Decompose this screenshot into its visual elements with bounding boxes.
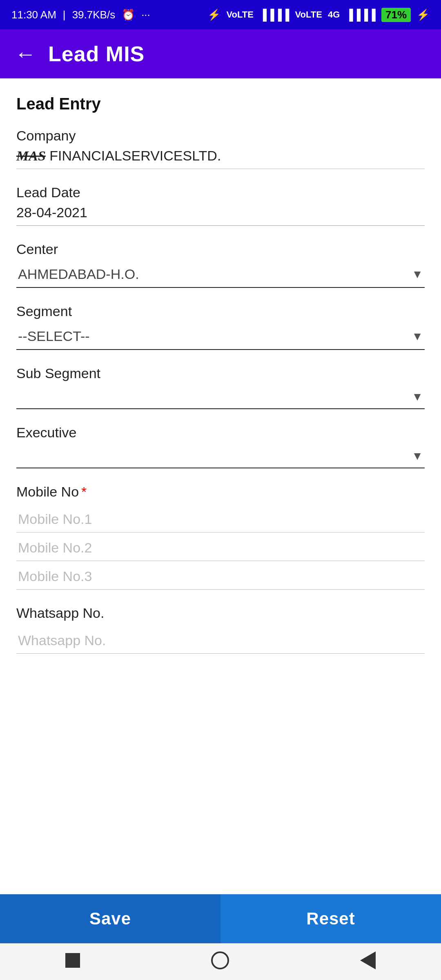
whatsapp-no-input[interactable] [16, 625, 425, 654]
nav-back-button[interactable] [360, 951, 376, 973]
section-title: Lead Entry [16, 95, 425, 113]
executive-dropdown-arrow: ▼ [412, 450, 423, 463]
mobile-no-label: Mobile No* [16, 484, 425, 500]
nav-bar [0, 943, 441, 980]
sub-segment-field-group: Sub Segment ▼ [16, 365, 425, 409]
executive-field-group: Executive ▼ [16, 425, 425, 468]
charging-icon: ⚡ [416, 9, 430, 21]
sub-segment-dropdown[interactable]: ▼ [16, 385, 425, 409]
battery-icon: 71% [381, 8, 411, 22]
lead-date-field-group: Lead Date 28-04-2021 [16, 185, 425, 226]
status-bar: 11:30 AM | 39.7KB/s ⏰ ··· ⚡ VoLTE ▐▐▐▐ V… [0, 0, 441, 29]
center-dropdown-value: AHMEDABAD-H.O. [18, 266, 139, 282]
mobile-no-3-input[interactable] [16, 561, 425, 590]
back-button[interactable]: ← [15, 42, 36, 66]
form-content: Lead Entry Company MAS FINANCIALSERVICES… [0, 78, 441, 751]
signal2-icon: ▐▐▐▐ [345, 9, 376, 21]
nav-home-button[interactable] [211, 951, 229, 973]
sub-segment-dropdown-arrow: ▼ [412, 390, 423, 403]
reset-button[interactable]: Reset [220, 894, 441, 943]
circle-icon [211, 951, 229, 969]
segment-label: Segment [16, 303, 425, 319]
mobile-no-1-input[interactable] [16, 504, 425, 532]
alarm-icon: ⏰ [122, 9, 135, 21]
lead-date-label: Lead Date [16, 185, 425, 200]
dots-icon: ··· [141, 9, 150, 21]
company-value: MAS FINANCIALSERVICESLTD. [16, 148, 425, 169]
center-field-group: Center AHMEDABAD-H.O. ▼ [16, 241, 425, 288]
segment-dropdown-arrow: ▼ [412, 330, 423, 343]
stop-icon [65, 953, 80, 968]
segment-dropdown[interactable]: --SELECT-- ▼ [16, 323, 425, 350]
status-left: 11:30 AM | 39.7KB/s ⏰ ··· [11, 9, 150, 21]
company-field-group: Company MAS FINANCIALSERVICESLTD. [16, 128, 425, 169]
center-label: Center [16, 241, 425, 257]
whatsapp-no-label: Whatsapp No. [16, 605, 425, 621]
center-dropdown-arrow: ▼ [412, 268, 423, 281]
bluetooth-icon: ⚡ [207, 9, 220, 21]
company-label: Company [16, 128, 425, 144]
center-dropdown[interactable]: AHMEDABAD-H.O. ▼ [16, 261, 425, 288]
status-time: 11:30 AM [11, 9, 56, 21]
4g-icon: 4G [328, 9, 340, 20]
volte-icon: VoLTE [226, 9, 253, 20]
signal-icon: ▐▐▐▐ [259, 9, 290, 21]
mobile-required-star: * [81, 484, 87, 499]
executive-dropdown[interactable]: ▼ [16, 445, 425, 468]
mobile-no-field-group: Mobile No* [16, 484, 425, 590]
whatsapp-no-field-group: Whatsapp No. [16, 605, 425, 654]
app-bar: ← Lead MIS [0, 29, 441, 78]
executive-label: Executive [16, 425, 425, 441]
status-network: | [63, 9, 66, 21]
back-triangle-icon [360, 951, 376, 969]
volte2-icon: VoLTE [295, 9, 322, 20]
mobile-no-2-input[interactable] [16, 532, 425, 561]
company-name-text: FINANCIALSERVICESLTD. [49, 148, 221, 163]
lead-date-value: 28-04-2021 [16, 205, 425, 226]
status-speed: 39.7KB/s [72, 9, 116, 21]
status-right: ⚡ VoLTE ▐▐▐▐ VoLTE 4G ▐▐▐▐ 71% ⚡ [207, 8, 430, 22]
nav-stop-button[interactable] [65, 953, 80, 971]
segment-dropdown-value: --SELECT-- [18, 328, 90, 344]
save-button[interactable]: Save [0, 894, 220, 943]
app-bar-title: Lead MIS [48, 42, 145, 66]
sub-segment-label: Sub Segment [16, 365, 425, 381]
bottom-buttons: Save Reset [0, 894, 441, 943]
segment-field-group: Segment --SELECT-- ▼ [16, 303, 425, 350]
